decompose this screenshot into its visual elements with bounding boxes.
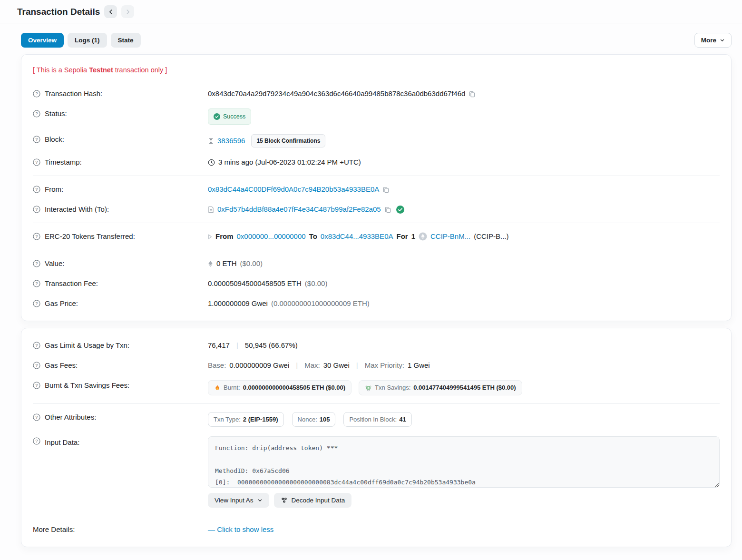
tab-state[interactable]: State (111, 33, 141, 48)
transaction-fee-label: Transaction Fee: (45, 278, 98, 289)
row-input-data: ? Input Data: Function: drip(address tok… (33, 432, 720, 512)
txn-savings-pill: Txn Savings: 0.001477404999541495 ETH ($… (359, 380, 522, 395)
copy-icon[interactable] (384, 206, 391, 213)
svg-text:?: ? (35, 301, 38, 306)
transaction-fee-eth: 0.000050945000458505 ETH (208, 278, 302, 289)
transfer-from-address-link[interactable]: 0x000000...00000000 (237, 231, 306, 242)
max-fee-label: Max: (304, 360, 320, 371)
question-circle-icon[interactable]: ? (33, 90, 40, 98)
question-circle-icon[interactable]: ? (33, 233, 40, 240)
show-less-toggle[interactable]: — Click to show less (208, 524, 273, 535)
from-label: From: (45, 184, 63, 195)
svg-text:?: ? (35, 261, 38, 266)
erc20-transfer-item: From 0x000000...00000000 To 0x83dC44...4… (208, 231, 720, 242)
question-circle-icon[interactable]: ? (33, 260, 40, 267)
row-gas-price: ? Gas Price: 1.000000009 Gwei (0.0000000… (33, 294, 720, 314)
from-address-link[interactable]: 0x83dC44a4C00DFf69d0A0c7c94B20b53a4933BE… (208, 184, 379, 195)
input-data-textarea[interactable]: Function: drip(address token) *** Method… (208, 436, 720, 488)
copy-icon[interactable] (382, 186, 390, 193)
token-name-link[interactable]: CCIP-BnM... (430, 231, 470, 242)
next-transaction-button[interactable] (121, 5, 134, 18)
fire-icon (214, 384, 221, 392)
nonce-badge: Nonce: 105 (292, 412, 336, 427)
row-erc20-transfers: ? ERC-20 Tokens Transferred: From 0x0000… (33, 226, 720, 246)
row-status: ? Status: Success (33, 104, 720, 129)
transfer-from-label: From (215, 231, 234, 242)
svg-text:?: ? (35, 438, 38, 443)
row-timestamp: ? Timestamp: 3 mins ago (Jul-06-2023 01:… (33, 152, 720, 172)
transaction-hash-label: Transaction Hash: (45, 88, 102, 99)
interacted-with-label: Interacted With (To): (45, 204, 109, 215)
tab-logs[interactable]: Logs (1) (68, 33, 107, 48)
to-address-link[interactable]: 0xFd57b4ddBf88a4e07fF4e34C487b99af2Fe82a… (217, 204, 381, 215)
decode-input-data-button[interactable]: Decode Input Data (274, 493, 352, 508)
eth-diamond-icon (208, 260, 213, 267)
gas-price-gwei: 1.000000009 Gwei (208, 298, 268, 309)
erc20-transfers-label: ERC-20 Tokens Transferred: (45, 231, 135, 242)
row-gas-fees: ? Gas Fees: Base: 0.000000009 Gwei | Max… (33, 355, 720, 375)
question-circle-icon[interactable]: ? (33, 280, 40, 287)
block-number-link[interactable]: 3836596 (217, 136, 245, 146)
value-usd: ($0.00) (240, 258, 263, 269)
question-circle-icon[interactable]: ? (33, 300, 40, 307)
more-dropdown-button[interactable]: More (694, 33, 732, 48)
token-circle-eth-icon (419, 232, 427, 241)
view-input-as-button[interactable]: View Input As (208, 493, 269, 508)
svg-text:?: ? (35, 111, 38, 116)
group-attributes-input: ? Other Attributes: Txn Type: 2 (EIP-155… (33, 403, 720, 516)
previous-transaction-button[interactable] (104, 5, 117, 18)
question-circle-icon[interactable]: ? (33, 206, 40, 213)
question-circle-icon[interactable]: ? (33, 186, 40, 193)
gas-price-eth: (0.000000001000000009 ETH) (271, 298, 370, 309)
base-fee-value: 0.000000009 Gwei (229, 360, 289, 371)
burnt-fee-pill: Burnt: 0.000000000000458505 ETH ($0.00) (208, 380, 351, 395)
svg-text:?: ? (35, 206, 38, 212)
row-block: ? Block: 3836596 15 Block Confirmations (33, 129, 720, 152)
tab-overview[interactable]: Overview (21, 33, 64, 48)
txn-type-badge: Txn Type: 2 (EIP-1559) (208, 412, 284, 427)
value-label: Value: (45, 258, 64, 269)
row-more-details: More Details: — Click to show less (33, 520, 720, 540)
block-confirmations-badge: 15 Block Confirmations (251, 134, 325, 147)
chevron-down-icon (257, 498, 263, 503)
nonce-value: 105 (320, 416, 330, 423)
copy-icon[interactable] (469, 90, 476, 98)
group-gas: ? Gas Limit & Usage by Txn: 76,417 | 50,… (33, 332, 720, 403)
max-priority-fee-label: Max Priority: (365, 360, 404, 371)
group-erc20-transfers: ? ERC-20 Tokens Transferred: From 0x0000… (33, 223, 720, 250)
group-more-details: More Details: — Click to show less (33, 516, 720, 543)
question-circle-icon[interactable]: ? (33, 342, 40, 349)
question-circle-icon[interactable]: ? (33, 110, 40, 118)
transfer-amount: 1 (411, 231, 415, 242)
token-symbol: (CCIP-B...) (474, 231, 508, 242)
details-card: ? Gas Limit & Usage by Txn: 76,417 | 50,… (21, 328, 732, 547)
transfer-to-label: To (309, 231, 317, 242)
question-circle-icon[interactable]: ? (33, 382, 40, 389)
question-circle-icon[interactable]: ? (33, 362, 40, 369)
svg-text:?: ? (35, 414, 38, 420)
row-other-attributes: ? Other Attributes: Txn Type: 2 (EIP-155… (33, 407, 720, 432)
block-label: Block: (45, 134, 64, 145)
input-data-label: Input Data: (45, 437, 79, 448)
transaction-hash-value: 0x843dc70a4a29d79234c49a904c363d6c46640a… (208, 88, 465, 99)
hourglass-icon (208, 138, 214, 145)
question-circle-icon[interactable]: ? (33, 437, 40, 445)
tabs-bar: Overview Logs (1) State More (0, 23, 742, 48)
max-priority-fee-value: 1 Gwei (408, 360, 430, 371)
transfer-to-address-link[interactable]: 0x83dC44...4933BE0A (321, 231, 393, 242)
caret-right-icon (208, 234, 212, 239)
question-circle-icon[interactable]: ? (33, 158, 40, 166)
gas-limit: 76,417 (208, 340, 230, 351)
page-header: Transaction Details (0, 0, 742, 23)
money-with-wings-icon (365, 384, 372, 392)
position-in-block-value: 41 (399, 416, 406, 423)
question-circle-icon[interactable]: ? (33, 136, 40, 143)
question-circle-icon[interactable]: ? (33, 413, 40, 421)
nonce-label: Nonce: (298, 416, 317, 423)
base-fee-label: Base: (208, 360, 226, 371)
position-in-block-label: Position In Block: (349, 416, 397, 423)
gas-fees-label: Gas Fees: (45, 360, 78, 371)
overview-card: [ This is a Sepolia Testnet transaction … (21, 54, 732, 321)
row-gas-limit-usage: ? Gas Limit & Usage by Txn: 76,417 | 50,… (33, 335, 720, 355)
svg-text:?: ? (35, 234, 38, 239)
